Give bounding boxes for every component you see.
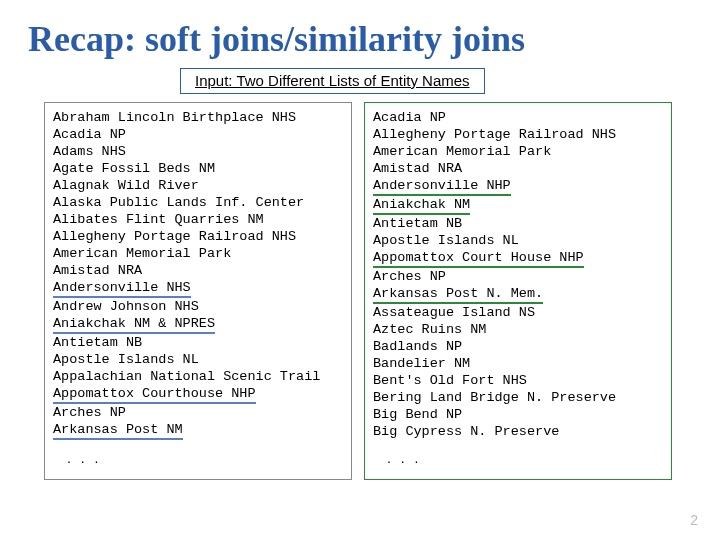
right-entry: Bandelier NM (373, 355, 663, 372)
right-entry: Bent's Old Fort NHS (373, 372, 663, 389)
page-number: 2 (690, 512, 698, 528)
left-entry: Andersonville NHS (53, 279, 343, 298)
right-entry: Allegheny Portage Railroad NHS (373, 126, 663, 143)
left-entry: Arches NP (53, 404, 343, 421)
right-entry: Arches NP (373, 268, 663, 285)
left-entry: Antietam NB (53, 334, 343, 351)
left-entry: Andrew Johnson NHS (53, 298, 343, 315)
left-entry: Agate Fossil Beds NM (53, 160, 343, 177)
right-entry: Big Bend NP (373, 406, 663, 423)
left-entry: Amistad NRA (53, 262, 343, 279)
left-entry: Appalachian National Scenic Trail (53, 368, 343, 385)
left-entry: Alaska Public Lands Inf. Center (53, 194, 343, 211)
left-entry: Adams NHS (53, 143, 343, 160)
right-entry: Badlands NP (373, 338, 663, 355)
left-entry: Appomattox Courthouse NHP (53, 385, 343, 404)
left-ellipsis: . . . (53, 440, 343, 466)
left-entry: Abraham Lincoln Birthplace NHS (53, 109, 343, 126)
left-entry: Aniakchak NM & NPRES (53, 315, 343, 334)
left-entry: Alagnak Wild River (53, 177, 343, 194)
right-entry: Amistad NRA (373, 160, 663, 177)
left-entry: Alibates Flint Quarries NM (53, 211, 343, 228)
columns-container: Abraham Lincoln Birthplace NHSAcadia NPA… (0, 102, 720, 480)
left-entry: Acadia NP (53, 126, 343, 143)
slide-title: Recap: soft joins/similarity joins (0, 0, 720, 68)
right-entry: Arkansas Post N. Mem. (373, 285, 663, 304)
right-entry: Aztec Ruins NM (373, 321, 663, 338)
right-entry: Assateague Island NS (373, 304, 663, 321)
left-entry: American Memorial Park (53, 245, 343, 262)
right-entry: American Memorial Park (373, 143, 663, 160)
right-entry: Acadia NP (373, 109, 663, 126)
subtitle-box: Input: Two Different Lists of Entity Nam… (180, 68, 485, 94)
right-entry: Bering Land Bridge N. Preserve (373, 389, 663, 406)
right-list-box: Acadia NPAllegheny Portage Railroad NHSA… (364, 102, 672, 480)
right-entry: Aniakchak NM (373, 196, 663, 215)
right-entry: Antietam NB (373, 215, 663, 232)
right-entry: Andersonville NHP (373, 177, 663, 196)
subtitle: Input: Two Different Lists of Entity Nam… (195, 72, 470, 89)
left-entry: Apostle Islands NL (53, 351, 343, 368)
left-list-box: Abraham Lincoln Birthplace NHSAcadia NPA… (44, 102, 352, 480)
right-ellipsis: . . . (373, 440, 663, 466)
left-entry: Allegheny Portage Railroad NHS (53, 228, 343, 245)
right-entry: Appomattox Court House NHP (373, 249, 663, 268)
right-entry: Apostle Islands NL (373, 232, 663, 249)
left-entry: Arkansas Post NM (53, 421, 343, 440)
right-entry: Big Cypress N. Preserve (373, 423, 663, 440)
